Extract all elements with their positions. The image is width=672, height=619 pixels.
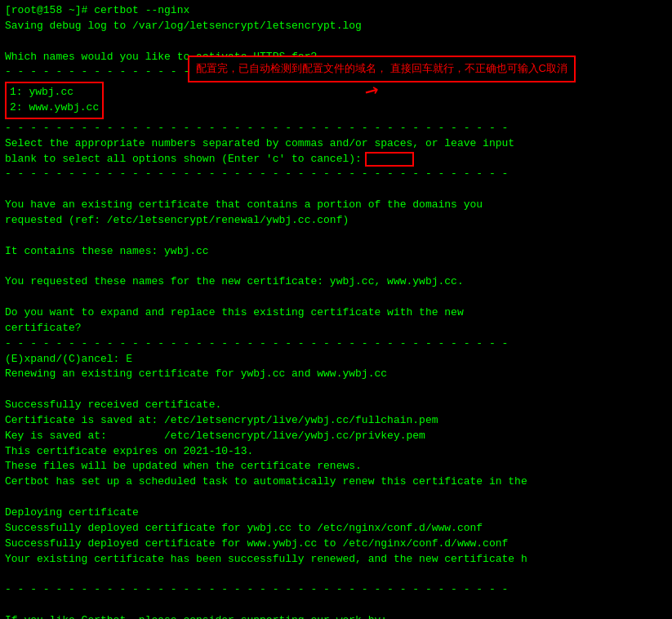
cancel-input[interactable] bbox=[365, 152, 414, 167]
deploying-line: Deploying certificate bbox=[5, 505, 667, 521]
blank-line-1 bbox=[5, 34, 667, 50]
updated-line: These files will be updated when the cer… bbox=[5, 459, 667, 474]
expires-line: This certificate expires on 2021-10-13. bbox=[5, 444, 667, 460]
dashed-2: - - - - - - - - - - - - - - - - - - - - … bbox=[5, 121, 667, 136]
expand-choice: (E)xpand/(C)ancel: E bbox=[5, 352, 667, 367]
cmd-line: [root@158 ~]# certbot --nginx bbox=[5, 3, 667, 19]
terminal-window: [root@158 ~]# certbot --nginx Saving deb… bbox=[0, 0, 672, 619]
domain-2-line: 2: www.ywbj.cc bbox=[10, 100, 99, 116]
domains-box: 1: ywbj.cc 2: www.ywbj.cc bbox=[5, 82, 104, 119]
domain-1-line: 1: ywbj.cc bbox=[10, 85, 99, 100]
renewing-line: Renewing an existing certificate for ywb… bbox=[5, 367, 667, 382]
like-line: If you like Certbot, please consider sup… bbox=[5, 613, 667, 619]
blank-9 bbox=[5, 598, 667, 613]
blank-8 bbox=[5, 567, 667, 582]
expand-1: Do you want to expand and replace this e… bbox=[5, 305, 667, 321]
blank-2 bbox=[5, 182, 667, 198]
deployed-2: Successfully deployed certificate for ww… bbox=[5, 537, 667, 552]
deployed-1: Successfully deployed certificate for yw… bbox=[5, 521, 667, 537]
select-line-1: Select the appropriate numbers separated… bbox=[5, 136, 667, 152]
select-line-2: blank to select all options shown (Enter… bbox=[5, 152, 362, 167]
contains-line: It contains these names: ywbj.cc bbox=[5, 244, 667, 260]
blank-5 bbox=[5, 290, 667, 305]
requested-line: You requested these names for the new ce… bbox=[5, 274, 667, 290]
existing-1: You have an existing certificate that co… bbox=[5, 198, 667, 213]
blank-4 bbox=[5, 260, 667, 275]
existing-2: requested (ref: /etc/letsencrypt/renewal… bbox=[5, 213, 667, 229]
annotation-text: 配置完，已自动检测到配置文件的域名， 直接回车就行，不正确也可输入C取消 bbox=[196, 62, 567, 74]
success-1: Successfully received certificate. bbox=[5, 398, 667, 413]
scheduled-line: Certbot has set up a scheduled task to a… bbox=[5, 474, 667, 490]
expand-2: certificate? bbox=[5, 321, 667, 336]
dashed-5: - - - - - - - - - - - - - - - - - - - - … bbox=[5, 582, 667, 598]
blank-3 bbox=[5, 229, 667, 244]
cert-saved: Certificate is saved at: /etc/letsencryp… bbox=[5, 413, 667, 429]
blank-6 bbox=[5, 382, 667, 398]
dashed-4: - - - - - - - - - - - - - - - - - - - - … bbox=[5, 336, 667, 352]
log-line: Saving debug log to /var/log/letsencrypt… bbox=[5, 19, 667, 34]
dashed-3: - - - - - - - - - - - - - - - - - - - - … bbox=[5, 167, 667, 182]
renewed-line: Your existing certificate has been succe… bbox=[5, 552, 667, 568]
blank-7 bbox=[5, 490, 667, 505]
key-saved: Key is saved at: /etc/letsencrypt/live/y… bbox=[5, 429, 667, 444]
